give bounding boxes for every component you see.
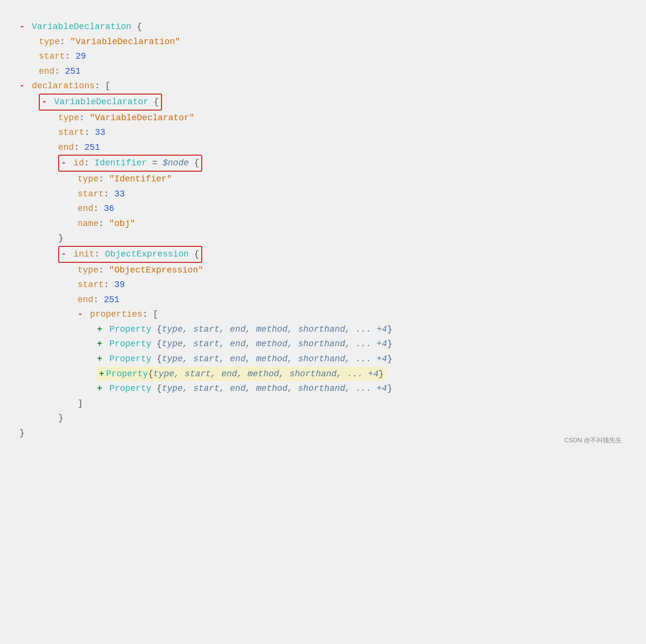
line: } xyxy=(19,426,627,441)
code-token: { xyxy=(131,22,142,32)
line: end: 251 xyxy=(19,292,627,307)
code-token: 251 xyxy=(104,295,119,305)
code-token: } xyxy=(387,384,392,393)
code-token: + xyxy=(99,367,104,382)
code-token: VariableDeclaration xyxy=(32,22,131,32)
code-token: : xyxy=(84,158,95,168)
code-token: } xyxy=(58,413,64,423)
code-token: - xyxy=(19,81,30,91)
code-token: } xyxy=(19,428,25,438)
code-token: "ObjectExpression" xyxy=(109,265,203,275)
code-token: { xyxy=(189,158,199,168)
line: - properties: [ xyxy=(19,307,627,322)
code-token: start xyxy=(58,128,84,137)
line: } xyxy=(19,231,627,246)
code-token: ObjectExpression xyxy=(105,249,189,259)
line: name: "obj" xyxy=(19,216,627,231)
code-token: declarations xyxy=(32,81,95,91)
code-token: Property xyxy=(110,384,151,393)
line: type: "Identifier" xyxy=(19,172,627,187)
code-token: : xyxy=(65,51,76,61)
code-token: id xyxy=(74,158,84,168)
code-token: : xyxy=(98,219,109,228)
code-token: type, start, end, method, shorthand, ...… xyxy=(162,324,387,334)
code-token: - xyxy=(78,309,88,319)
code-token: Property xyxy=(110,324,151,334)
code-token: "VariableDeclarator" xyxy=(90,113,194,123)
code-token: - xyxy=(42,97,52,107)
line: start: 29 xyxy=(19,49,627,64)
code-token: init xyxy=(74,249,95,259)
code-token: start xyxy=(78,280,104,290)
code-token: start xyxy=(39,51,65,61)
code-token: 39 xyxy=(114,280,125,290)
boxed-row: - id: Identifier = $node { xyxy=(58,155,202,172)
code-token: : xyxy=(84,128,95,137)
code-token: name xyxy=(78,219,98,228)
code-token: - xyxy=(19,22,30,32)
watermark: CSDN @不叫猫先生 xyxy=(564,435,622,446)
code-token: type, start, end, method, shorthand, ...… xyxy=(162,384,387,393)
code-token: end xyxy=(39,66,54,76)
code-token: : xyxy=(54,66,65,76)
line: type: "ObjectExpression" xyxy=(19,263,627,278)
code-token: 36 xyxy=(104,204,114,213)
code-lines: - VariableDeclaration {type: "VariableDe… xyxy=(19,19,627,441)
code-token: } xyxy=(379,367,384,382)
line: - VariableDeclarator { xyxy=(19,94,627,111)
line: - VariableDeclaration { xyxy=(19,19,627,34)
line: ] xyxy=(19,396,627,411)
boxed-row: - init: ObjectExpression { xyxy=(58,246,202,263)
code-viewer: - VariableDeclaration {type: "VariableDe… xyxy=(15,10,631,451)
code-token: ] xyxy=(78,399,83,408)
boxed-row: - VariableDeclarator { xyxy=(39,94,162,111)
code-token: } xyxy=(387,324,392,334)
code-token: 29 xyxy=(76,51,86,61)
code-token: { xyxy=(151,384,162,393)
code-token: Property xyxy=(110,339,151,349)
code-token: : [ xyxy=(95,81,110,91)
code-token: { xyxy=(151,354,162,364)
line: start: 33 xyxy=(19,187,627,202)
line: end: 251 xyxy=(19,140,627,155)
line: + Property {type, start, end, method, sh… xyxy=(19,367,627,382)
code-token: type xyxy=(78,174,98,184)
code-token: 33 xyxy=(95,128,106,137)
code-token: type xyxy=(58,113,79,123)
code-token: = xyxy=(147,158,162,168)
code-token: type xyxy=(78,265,98,275)
code-token: : xyxy=(60,37,70,47)
line: type: "VariableDeclaration" xyxy=(19,34,627,49)
line: + Property {type, start, end, method, sh… xyxy=(19,337,627,352)
code-token: : xyxy=(79,113,90,123)
line: - id: Identifier = $node { xyxy=(19,155,627,172)
code-token: : xyxy=(98,174,109,184)
line: - init: ObjectExpression { xyxy=(19,246,627,263)
code-token: 251 xyxy=(65,66,81,76)
code-token: + xyxy=(97,384,108,393)
line: type: "VariableDeclarator" xyxy=(19,111,627,126)
code-token: "obj" xyxy=(109,219,135,228)
code-token: start xyxy=(78,189,104,199)
code-token: "Identifier" xyxy=(109,174,172,184)
highlight-row: + Property {type, start, end, method, sh… xyxy=(97,367,386,382)
code-token: type xyxy=(39,37,60,47)
code-token: - xyxy=(61,158,72,168)
code-token: { xyxy=(151,339,162,349)
code-token: end xyxy=(58,143,74,152)
line: end: 251 xyxy=(19,64,627,79)
line: + Property {type, start, end, method, sh… xyxy=(19,352,627,367)
code-token: type, start, end, method, shorthand, ...… xyxy=(162,339,387,349)
code-token: { xyxy=(148,367,153,382)
code-token: Identifier xyxy=(95,158,147,168)
code-token: } xyxy=(58,233,64,243)
code-token: : xyxy=(93,204,104,213)
code-token: $node xyxy=(162,158,189,168)
code-token: } xyxy=(387,354,392,364)
code-token: 33 xyxy=(114,189,125,199)
line: start: 39 xyxy=(19,277,627,292)
code-token: Property xyxy=(106,367,148,382)
code-token: VariableDeclarator xyxy=(54,97,148,107)
line: + Property {type, start, end, method, sh… xyxy=(19,322,627,337)
code-token: - xyxy=(61,249,72,259)
